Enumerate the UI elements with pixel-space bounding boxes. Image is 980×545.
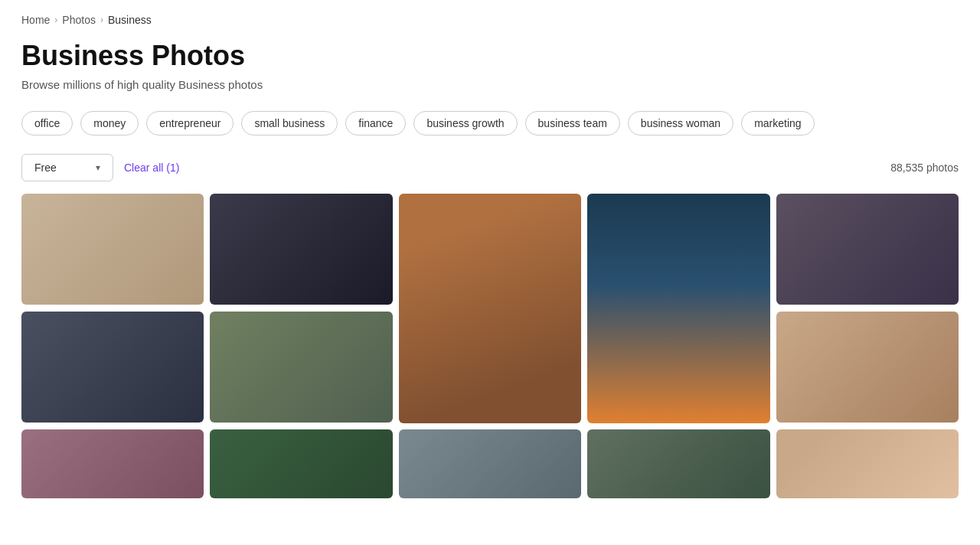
breadcrumb-sep-2: › <box>100 15 103 25</box>
clear-all-link[interactable]: Clear all (1) <box>124 162 179 174</box>
tags-row: officemoneyentrepreneursmall businessfin… <box>0 103 980 149</box>
breadcrumb-photos[interactable]: Photos <box>62 14 96 26</box>
photo-count: 88,535 photos <box>890 162 959 174</box>
photo-card[interactable] <box>210 429 392 498</box>
photo-card[interactable] <box>776 194 959 305</box>
breadcrumb-current: Business <box>108 14 152 26</box>
breadcrumb: Home › Photos › Business <box>0 0 980 34</box>
photo-card[interactable] <box>587 194 769 423</box>
chevron-down-icon: ▾ <box>96 162 100 173</box>
filter-row: Free ▾ Clear all (1) 88,535 photos <box>0 149 980 194</box>
page-subtitle: Browse millions of high quality Business… <box>21 78 959 91</box>
page-header: Business Photos Browse millions of high … <box>0 34 980 103</box>
photo-card[interactable] <box>21 194 204 305</box>
page-title: Business Photos <box>21 40 959 72</box>
photo-card[interactable] <box>776 312 959 423</box>
photo-card[interactable] <box>399 194 581 423</box>
tag-office[interactable]: office <box>21 111 73 135</box>
photo-card[interactable] <box>587 429 769 498</box>
photo-grid <box>0 194 980 517</box>
filter-left: Free ▾ Clear all (1) <box>21 154 179 181</box>
tag-business-woman[interactable]: business woman <box>628 111 733 135</box>
tag-entrepreneur[interactable]: entrepreneur <box>146 111 234 135</box>
photo-card[interactable] <box>21 312 204 423</box>
tag-business-growth[interactable]: business growth <box>413 111 517 135</box>
photo-card[interactable] <box>210 194 392 305</box>
photo-card[interactable] <box>776 429 959 498</box>
tag-business-team[interactable]: business team <box>525 111 620 135</box>
tag-finance[interactable]: finance <box>345 111 406 135</box>
photo-card[interactable] <box>210 312 392 423</box>
tag-small-business[interactable]: small business <box>241 111 338 135</box>
free-filter-dropdown[interactable]: Free ▾ <box>21 154 113 181</box>
breadcrumb-home[interactable]: Home <box>21 14 50 26</box>
tag-money[interactable]: money <box>80 111 139 135</box>
tag-marketing[interactable]: marketing <box>741 111 814 135</box>
breadcrumb-sep-1: › <box>54 15 57 25</box>
photo-card[interactable] <box>399 429 581 498</box>
photo-card[interactable] <box>21 429 204 498</box>
filter-dropdown-label: Free <box>34 162 57 174</box>
